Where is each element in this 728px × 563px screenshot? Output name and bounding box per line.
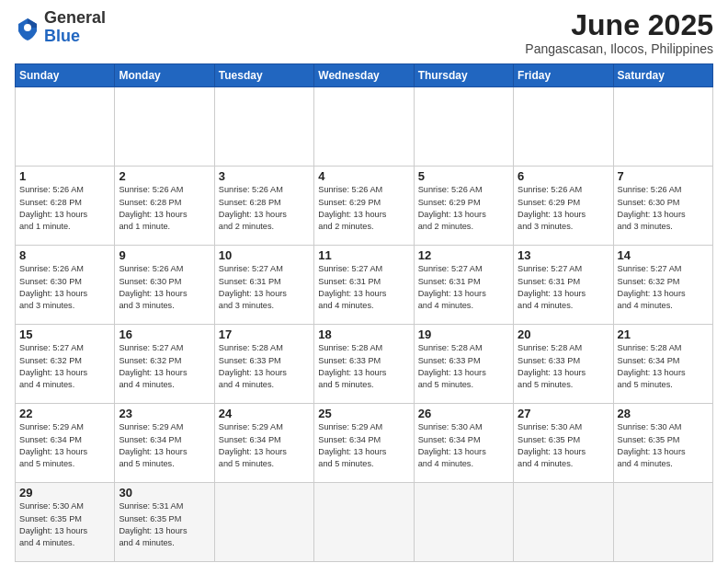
week-row-1: 1Sunrise: 5:26 AM Sunset: 6:28 PM Daylig… (16, 167, 713, 246)
cell-content: Sunrise: 5:28 AM Sunset: 6:33 PM Dayligh… (318, 342, 409, 391)
day-number: 27 (518, 407, 609, 420)
day-header-saturday: Saturday (613, 64, 712, 87)
calendar-cell: 10Sunrise: 5:27 AM Sunset: 6:31 PM Dayli… (214, 246, 313, 325)
days-header-row: SundayMondayTuesdayWednesdayThursdayFrid… (16, 64, 713, 87)
week-row-0 (16, 87, 713, 167)
calendar-cell (613, 483, 712, 562)
calendar-cell: 29Sunrise: 5:30 AM Sunset: 6:35 PM Dayli… (16, 483, 115, 562)
calendar-cell: 6Sunrise: 5:26 AM Sunset: 6:29 PM Daylig… (514, 167, 613, 246)
calendar-cell: 16Sunrise: 5:27 AM Sunset: 6:32 PM Dayli… (115, 325, 214, 404)
calendar-cell (314, 483, 414, 562)
day-number: 21 (618, 327, 709, 341)
day-number: 4 (318, 169, 409, 183)
day-header-tuesday: Tuesday (214, 64, 313, 87)
location: Pangascasan, Ilocos, Philippines (525, 41, 713, 56)
cell-content: Sunrise: 5:28 AM Sunset: 6:34 PM Dayligh… (618, 342, 709, 391)
week-row-5: 29Sunrise: 5:30 AM Sunset: 6:35 PM Dayli… (16, 483, 713, 562)
calendar-cell (214, 483, 313, 562)
cell-content: Sunrise: 5:27 AM Sunset: 6:32 PM Dayligh… (19, 342, 110, 391)
calendar-cell: 4Sunrise: 5:26 AM Sunset: 6:29 PM Daylig… (314, 167, 414, 246)
calendar-cell: 21Sunrise: 5:28 AM Sunset: 6:34 PM Dayli… (613, 325, 712, 404)
cell-content: Sunrise: 5:28 AM Sunset: 6:33 PM Dayligh… (518, 342, 609, 391)
calendar-cell: 20Sunrise: 5:28 AM Sunset: 6:33 PM Dayli… (514, 325, 613, 404)
day-number: 20 (518, 327, 609, 341)
calendar-cell: 17Sunrise: 5:28 AM Sunset: 6:33 PM Dayli… (214, 325, 313, 404)
day-number: 8 (19, 248, 110, 262)
calendar-cell: 12Sunrise: 5:27 AM Sunset: 6:31 PM Dayli… (414, 246, 513, 325)
cell-content: Sunrise: 5:26 AM Sunset: 6:28 PM Dayligh… (219, 184, 310, 233)
calendar-cell: 9Sunrise: 5:26 AM Sunset: 6:30 PM Daylig… (115, 246, 214, 325)
cell-content: Sunrise: 5:30 AM Sunset: 6:35 PM Dayligh… (518, 421, 609, 470)
calendar-cell: 19Sunrise: 5:28 AM Sunset: 6:33 PM Dayli… (414, 325, 513, 404)
calendar-cell (414, 87, 513, 167)
cell-content: Sunrise: 5:29 AM Sunset: 6:34 PM Dayligh… (119, 421, 210, 470)
cell-content: Sunrise: 5:26 AM Sunset: 6:28 PM Dayligh… (119, 184, 210, 233)
calendar-cell: 23Sunrise: 5:29 AM Sunset: 6:34 PM Dayli… (115, 404, 214, 483)
calendar-cell (214, 87, 313, 167)
calendar-cell (115, 87, 214, 167)
logo-text: General Blue (44, 9, 106, 46)
day-number: 24 (219, 407, 310, 420)
day-number: 23 (119, 407, 210, 420)
calendar-cell: 11Sunrise: 5:27 AM Sunset: 6:31 PM Dayli… (314, 246, 414, 325)
day-number: 16 (119, 327, 210, 341)
day-number: 14 (618, 248, 709, 262)
logo-blue-text: Blue (44, 27, 80, 45)
page: General Blue June 2025 Pangascasan, Iloc… (0, 0, 728, 563)
day-number: 13 (518, 248, 609, 262)
day-number: 9 (119, 248, 210, 262)
week-row-3: 15Sunrise: 5:27 AM Sunset: 6:32 PM Dayli… (16, 325, 713, 404)
day-number: 10 (219, 248, 310, 262)
cell-content: Sunrise: 5:26 AM Sunset: 6:30 PM Dayligh… (19, 263, 110, 312)
cell-content: Sunrise: 5:29 AM Sunset: 6:34 PM Dayligh… (19, 421, 110, 470)
day-header-sunday: Sunday (16, 64, 115, 87)
calendar-table: SundayMondayTuesdayWednesdayThursdayFrid… (15, 63, 713, 562)
calendar-cell (414, 483, 513, 562)
week-row-2: 8Sunrise: 5:26 AM Sunset: 6:30 PM Daylig… (16, 246, 713, 325)
calendar-cell: 26Sunrise: 5:30 AM Sunset: 6:34 PM Dayli… (414, 404, 513, 483)
week-row-4: 22Sunrise: 5:29 AM Sunset: 6:34 PM Dayli… (16, 404, 713, 483)
day-number: 22 (19, 407, 110, 420)
calendar-cell (314, 87, 414, 167)
day-number: 6 (518, 169, 609, 183)
cell-content: Sunrise: 5:31 AM Sunset: 6:35 PM Dayligh… (119, 500, 210, 549)
month-title: June 2025 (525, 9, 713, 41)
cell-content: Sunrise: 5:29 AM Sunset: 6:34 PM Dayligh… (318, 421, 409, 470)
day-header-wednesday: Wednesday (314, 64, 414, 87)
day-number: 12 (418, 248, 509, 262)
cell-content: Sunrise: 5:30 AM Sunset: 6:35 PM Dayligh… (19, 500, 110, 549)
calendar-cell: 8Sunrise: 5:26 AM Sunset: 6:30 PM Daylig… (16, 246, 115, 325)
cell-content: Sunrise: 5:28 AM Sunset: 6:33 PM Dayligh… (418, 342, 509, 391)
day-number: 11 (318, 248, 409, 262)
calendar-cell: 5Sunrise: 5:26 AM Sunset: 6:29 PM Daylig… (414, 167, 513, 246)
cell-content: Sunrise: 5:30 AM Sunset: 6:34 PM Dayligh… (418, 421, 509, 470)
title-block: June 2025 Pangascasan, Ilocos, Philippin… (525, 9, 713, 56)
day-number: 7 (618, 169, 709, 183)
cell-content: Sunrise: 5:26 AM Sunset: 6:28 PM Dayligh… (19, 184, 110, 233)
calendar-cell: 24Sunrise: 5:29 AM Sunset: 6:34 PM Dayli… (214, 404, 313, 483)
calendar-cell: 18Sunrise: 5:28 AM Sunset: 6:33 PM Dayli… (314, 325, 414, 404)
day-number: 5 (418, 169, 509, 183)
day-header-friday: Friday (514, 64, 613, 87)
calendar-cell: 13Sunrise: 5:27 AM Sunset: 6:31 PM Dayli… (514, 246, 613, 325)
day-number: 28 (618, 407, 709, 420)
cell-content: Sunrise: 5:27 AM Sunset: 6:31 PM Dayligh… (418, 263, 509, 312)
logo-general-text: General (44, 8, 106, 27)
header: General Blue June 2025 Pangascasan, Iloc… (15, 9, 713, 56)
cell-content: Sunrise: 5:27 AM Sunset: 6:32 PM Dayligh… (119, 342, 210, 391)
calendar-cell: 2Sunrise: 5:26 AM Sunset: 6:28 PM Daylig… (115, 167, 214, 246)
day-number: 19 (418, 327, 509, 341)
day-number: 1 (19, 169, 110, 183)
calendar-cell: 3Sunrise: 5:26 AM Sunset: 6:28 PM Daylig… (214, 167, 313, 246)
calendar-cell (613, 87, 712, 167)
day-number: 2 (119, 169, 210, 183)
cell-content: Sunrise: 5:26 AM Sunset: 6:29 PM Dayligh… (318, 184, 409, 233)
logo-icon (15, 15, 40, 40)
calendar-cell: 15Sunrise: 5:27 AM Sunset: 6:32 PM Dayli… (16, 325, 115, 404)
calendar-cell: 1Sunrise: 5:26 AM Sunset: 6:28 PM Daylig… (16, 167, 115, 246)
cell-content: Sunrise: 5:27 AM Sunset: 6:31 PM Dayligh… (518, 263, 609, 312)
day-number: 15 (19, 327, 110, 341)
day-header-thursday: Thursday (414, 64, 513, 87)
calendar-cell (16, 87, 115, 167)
cell-content: Sunrise: 5:29 AM Sunset: 6:34 PM Dayligh… (219, 421, 310, 470)
